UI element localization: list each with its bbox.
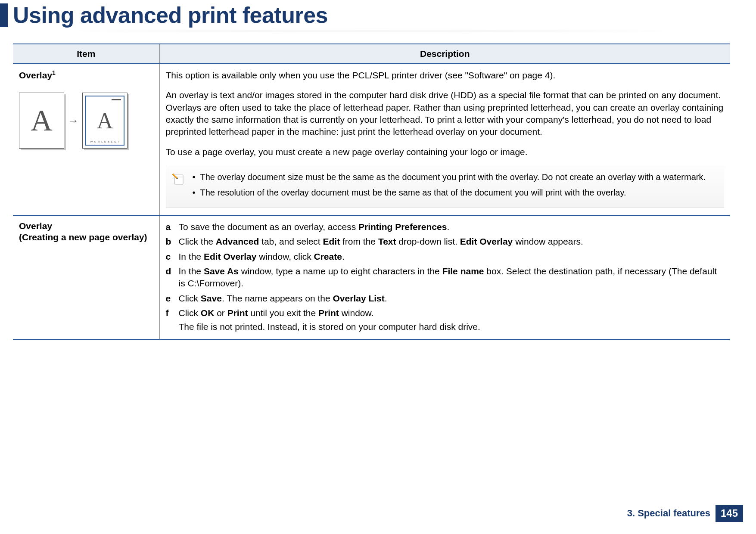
table-header-description: Description xyxy=(159,44,730,64)
item-sublabel: (Creating a new page overlay) xyxy=(19,231,153,243)
note-item: The overlay document size must be the sa… xyxy=(193,171,706,183)
step-f: Click OK or Print until you exit the Pri… xyxy=(179,307,374,319)
overlay-doc-icon: A W O R L D B E S T xyxy=(82,93,128,149)
table-header-item: Item xyxy=(13,44,159,64)
item-label-overlay: Overlay xyxy=(19,70,52,80)
table-row: Overlay (Creating a new page overlay) aT… xyxy=(13,215,730,339)
desc-paragraph: To use a page overlay, you must create a… xyxy=(166,146,725,158)
desc-paragraph: An overlay is text and/or images stored … xyxy=(166,89,725,138)
step-b: Click the Advanced tab, and select Edit … xyxy=(179,236,583,248)
step-e: Click Save. The name appears on the Over… xyxy=(179,292,387,304)
note-icon xyxy=(172,171,187,186)
plain-doc-icon: A xyxy=(19,93,64,149)
item-label-overlay2: Overlay xyxy=(19,221,153,231)
note-box: The overlay document size must be the sa… xyxy=(166,166,725,208)
features-table: Item Description Overlay1 A → xyxy=(13,43,730,340)
steps-list: aTo save the document as an overlay, acc… xyxy=(166,221,725,332)
arrow-icon: → xyxy=(68,114,79,127)
page-title: Using advanced print features xyxy=(13,2,328,28)
note-item: The resolution of the overlay document m… xyxy=(193,187,706,198)
header-accent-block xyxy=(0,3,8,27)
item-superscript: 1 xyxy=(52,69,56,76)
header-underline xyxy=(13,31,730,31)
overlay-figure: A → A W O R L D B E S T xyxy=(19,93,153,149)
footer-chapter: 3. Special features xyxy=(627,508,710,519)
step-a: To save the document as an overlay, acce… xyxy=(179,221,450,233)
table-row: Overlay1 A → A W O R L D B E S T xyxy=(13,64,730,215)
footer-page-number: 145 xyxy=(716,505,743,522)
page-footer: 3. Special features 145 xyxy=(627,505,743,522)
desc-paragraph: This option is available only when you u… xyxy=(166,69,725,81)
step-c: In the Edit Overlay window, click Create… xyxy=(179,251,345,263)
step-f-note: The file is not printed. Instead, it is … xyxy=(179,322,725,332)
step-d: In the Save As window, type a name up to… xyxy=(179,265,725,290)
